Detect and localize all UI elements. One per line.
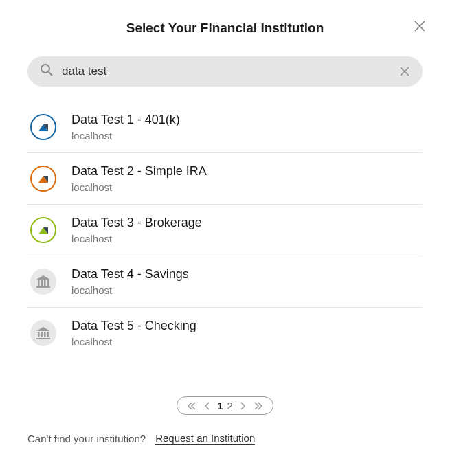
svg-line-3	[49, 72, 52, 76]
mountain-icon	[30, 114, 56, 140]
bank-icon	[30, 269, 56, 295]
result-item[interactable]: Data Test 2 - Simple IRAlocalhost	[27, 153, 423, 205]
result-item[interactable]: Data Test 3 - Brokeragelocalhost	[27, 205, 423, 256]
result-domain: localhost	[71, 130, 180, 141]
chevron-left-icon	[203, 401, 210, 411]
svg-rect-16	[47, 280, 49, 286]
result-domain: localhost	[71, 336, 196, 348]
svg-rect-14	[41, 280, 43, 286]
result-domain: localhost	[71, 181, 207, 193]
results-list: Data Test 1 - 401(k)localhostData Test 2…	[27, 102, 423, 359]
last-page-button[interactable]	[254, 401, 263, 411]
page-numbers: 12	[217, 400, 233, 411]
search-icon	[40, 63, 54, 80]
result-item[interactable]: Data Test 1 - 401(k)localhost	[27, 102, 423, 153]
svg-rect-21	[44, 332, 46, 337]
close-button[interactable]	[412, 18, 428, 34]
result-domain: localhost	[71, 284, 189, 296]
result-text: Data Test 1 - 401(k)localhost	[71, 113, 180, 141]
chevron-right-icon	[240, 401, 247, 411]
request-institution-link[interactable]: Request an Institution	[155, 432, 255, 445]
footer-prompt: Can't find your institution?	[27, 433, 146, 444]
result-text: Data Test 2 - Simple IRAlocalhost	[71, 164, 207, 193]
mountain-icon	[30, 217, 56, 243]
svg-rect-13	[38, 280, 40, 286]
pagination-controls: 12	[177, 396, 273, 415]
result-item[interactable]: Data Test 5 - Checkinglocalhost	[27, 308, 423, 359]
page-number[interactable]: 1	[217, 400, 223, 411]
result-item[interactable]: Data Test 4 - Savingslocalhost	[27, 256, 423, 308]
clear-search-button[interactable]	[399, 66, 410, 77]
bank-icon	[30, 320, 56, 346]
svg-marker-18	[36, 327, 50, 331]
svg-rect-15	[44, 280, 46, 286]
result-domain: localhost	[71, 233, 202, 245]
modal-header: Select Your Financial Institution	[27, 21, 423, 36]
search-input[interactable]	[62, 65, 399, 78]
svg-rect-22	[47, 332, 49, 337]
svg-rect-19	[38, 332, 40, 337]
close-icon	[414, 20, 426, 32]
svg-point-2	[41, 65, 49, 73]
page-number[interactable]: 2	[227, 400, 233, 411]
chevron-double-right-icon	[254, 401, 263, 411]
result-name: Data Test 1 - 401(k)	[71, 113, 180, 127]
next-page-button[interactable]	[240, 401, 247, 411]
mountain-icon	[30, 166, 56, 192]
svg-rect-23	[36, 338, 50, 339]
institution-modal: Select Your Financial Institution Data T…	[0, 0, 450, 466]
first-page-button[interactable]	[187, 401, 196, 411]
svg-rect-17	[36, 286, 50, 288]
result-name: Data Test 3 - Brokerage	[71, 216, 202, 230]
modal-footer: Can't find your institution? Request an …	[27, 432, 423, 445]
pagination: 12	[27, 396, 423, 415]
prev-page-button[interactable]	[203, 401, 210, 411]
close-icon	[399, 66, 410, 77]
result-text: Data Test 5 - Checkinglocalhost	[71, 319, 196, 348]
svg-marker-12	[36, 275, 50, 280]
result-text: Data Test 4 - Savingslocalhost	[71, 267, 189, 296]
result-name: Data Test 4 - Savings	[71, 267, 189, 282]
result-text: Data Test 3 - Brokeragelocalhost	[71, 216, 202, 245]
modal-title: Select Your Financial Institution	[126, 21, 324, 36]
result-name: Data Test 2 - Simple IRA	[71, 164, 207, 179]
search-bar	[27, 56, 423, 87]
result-name: Data Test 5 - Checking	[71, 319, 196, 333]
chevron-double-left-icon	[187, 401, 196, 411]
svg-rect-20	[41, 332, 43, 337]
